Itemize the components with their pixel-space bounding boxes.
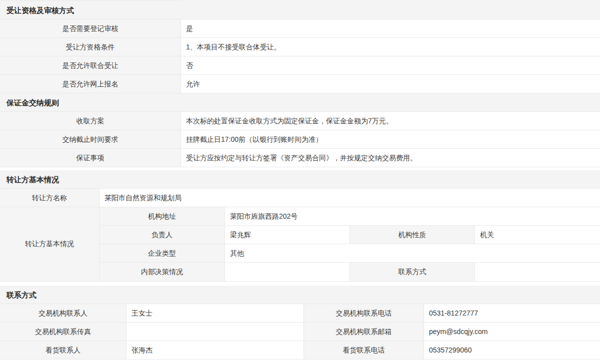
transferor-detail-group: 转让方基本情况 机构地址 莱阳市旌旗西路202号 负责人 梁兆辉 机构性质 机关… bbox=[0, 207, 600, 282]
table-row: 是否允许联合受让 否 bbox=[0, 56, 600, 75]
table-row: 企业类型 其他 bbox=[100, 244, 600, 263]
row-value: 机关 bbox=[475, 226, 600, 244]
row-value: 是 bbox=[181, 19, 600, 37]
row-label: 交易机构联系邮箱 bbox=[304, 323, 424, 341]
row-value: 张海杰 bbox=[126, 341, 304, 359]
row-label: 机构性质 bbox=[350, 226, 475, 244]
row-value: 本次标的处置保证金收取方式为固定保证金，保证金金额为7万元。 bbox=[181, 112, 600, 130]
table-row: 交易机构联系传真 交易机构联系邮箱 peym@sdcqjy.com bbox=[0, 323, 600, 341]
table-row: 是否需要登记审核 是 bbox=[0, 19, 600, 38]
row-value: 其他 bbox=[225, 244, 600, 262]
transferor-name-row: 转让方名称 莱阳市自然资源和规划局 bbox=[0, 189, 600, 207]
row-label: 是否允许网上报名 bbox=[0, 75, 181, 93]
row-value: 王女士 bbox=[126, 304, 304, 322]
row-label: 机构地址 bbox=[100, 207, 225, 225]
row-value: 梁兆辉 bbox=[225, 226, 350, 244]
row-label: 是否允许联合受让 bbox=[0, 56, 181, 74]
section-title-contacts: 联系方式 bbox=[0, 286, 600, 304]
asset-listing-detail-page: 受让资格及审核方式 是否需要登记审核 是 受让方资格条件 1、本项目不接受联合体… bbox=[0, 0, 600, 360]
row-label: 受让方资格条件 bbox=[0, 38, 181, 56]
row-label: 保证事项 bbox=[0, 149, 181, 167]
row-label: 是否需要登记审核 bbox=[0, 19, 181, 37]
row-label: 看货联系人 bbox=[0, 341, 126, 359]
table-row: 机构地址 莱阳市旌旗西路202号 bbox=[100, 207, 600, 226]
table-row: 交易机构联系人 王女士 交易机构联系电话 0531-81272777 bbox=[0, 304, 600, 323]
contacts-table: 联系方式 交易机构联系人 王女士 交易机构联系电话 0531-81272777 … bbox=[0, 286, 600, 360]
table-row: 负责人 梁兆辉 机构性质 机关 bbox=[100, 226, 600, 244]
qualification-and-deposit-table: 受让资格及审核方式 是否需要登记审核 是 受让方资格条件 1、本项目不接受联合体… bbox=[0, 1, 600, 167]
table-row: 保证事项 受让方应按约定与转让方签署《资产交易合同》，并按规定交纳交易费用。 bbox=[0, 149, 600, 167]
row-label: 负责人 bbox=[100, 226, 225, 244]
row-value: 莱阳市自然资源和规划局 bbox=[100, 189, 600, 207]
row-label: 内部决策情况 bbox=[100, 263, 225, 281]
row-label: 企业类型 bbox=[100, 244, 225, 262]
remnant-label-cell bbox=[0, 0, 181, 0]
section-title-transferor: 转让方基本情况 bbox=[0, 170, 600, 189]
row-label: 联系方式 bbox=[350, 263, 475, 281]
section-title-deposit-rules: 保证金交纳规则 bbox=[0, 93, 600, 112]
row-value bbox=[475, 263, 600, 281]
transferor-info-table: 转让方基本情况 转让方名称 莱阳市自然资源和规划局 转让方基本情况 机构地址 莱… bbox=[0, 170, 600, 282]
row-label: 交易机构联系传真 bbox=[0, 323, 126, 341]
table-row: 交纳截止时间要求 挂牌截止日17:00前（以银行到账时间为准） bbox=[0, 130, 600, 149]
row-label: 转让方名称 bbox=[0, 189, 100, 207]
row-value: 莱阳市旌旗西路202号 bbox=[225, 207, 600, 225]
row-value: 受让方应按约定与转让方签署《资产交易合同》，并按规定交纳交易费用。 bbox=[181, 149, 600, 167]
row-value: peym@sdcqjy.com bbox=[424, 323, 600, 341]
row-label: 交纳截止时间要求 bbox=[0, 130, 181, 148]
row-label: 看货联系电话 bbox=[304, 341, 424, 359]
row-value: 0531-81272777 bbox=[424, 304, 600, 322]
row-value: 允许 bbox=[181, 75, 600, 93]
row-label: 收取方案 bbox=[0, 112, 181, 130]
row-value: 挂牌截止日17:00前（以银行到账时间为准） bbox=[181, 130, 600, 148]
table-row: 收取方案 本次标的处置保证金收取方式为固定保证金，保证金金额为7万元。 bbox=[0, 112, 600, 130]
group-rows: 机构地址 莱阳市旌旗西路202号 负责人 梁兆辉 机构性质 机关 企业类型 其他… bbox=[100, 207, 600, 281]
table-row: 受让方资格条件 1、本项目不接受联合体受让。 bbox=[0, 38, 600, 56]
row-value: 否 bbox=[181, 56, 600, 74]
table-row: 内部决策情况 联系方式 bbox=[100, 263, 600, 281]
row-label: 交易机构联系人 bbox=[0, 304, 126, 322]
row-value bbox=[126, 323, 304, 341]
remnant-value-cell bbox=[181, 0, 600, 0]
group-label: 转让方基本情况 bbox=[0, 207, 100, 281]
table-row: 看货联系人 张海杰 看货联系电话 05357299060 bbox=[0, 341, 600, 360]
table-row: 是否允许网上报名 允许 bbox=[0, 75, 600, 93]
row-value: 1、本项目不接受联合体受让。 bbox=[181, 38, 600, 56]
row-label: 交易机构联系电话 bbox=[304, 304, 424, 322]
section-title-qualification: 受让资格及审核方式 bbox=[0, 1, 600, 19]
row-value bbox=[225, 263, 350, 281]
row-value: 05357299060 bbox=[424, 341, 600, 359]
